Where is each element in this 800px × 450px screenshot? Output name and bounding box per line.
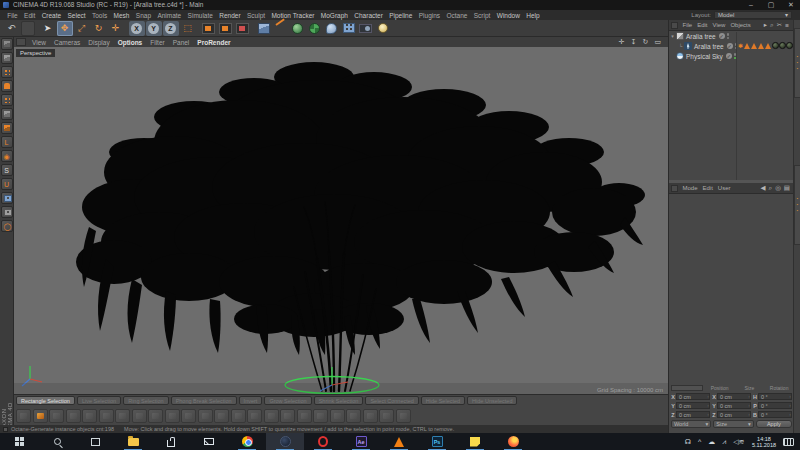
sculpt-tool-icon[interactable] xyxy=(214,409,229,423)
enabled-check-icon[interactable]: ✓ xyxy=(719,33,725,39)
last-used-tool[interactable]: ✛ xyxy=(108,21,124,36)
om-menu-file[interactable]: File xyxy=(680,22,695,28)
phong-break-selection-button[interactable]: Phong Break Selection xyxy=(171,396,237,405)
people-icon[interactable]: ☊ xyxy=(681,438,694,446)
live-selection-tool[interactable]: ➤ xyxy=(40,21,56,36)
back-arrow-icon[interactable]: ◀ xyxy=(759,184,767,192)
object-state[interactable]: ✓ xyxy=(726,53,737,60)
active-app-button[interactable] xyxy=(266,433,304,450)
store-button[interactable] xyxy=(152,433,190,450)
am-menu-edit[interactable]: Edit xyxy=(700,185,715,191)
onedrive-cloud-icon[interactable]: ☁ xyxy=(705,438,719,446)
convert-editable-icon[interactable] xyxy=(1,38,13,50)
scale-tool[interactable]: ⤢ xyxy=(74,21,90,36)
enable-axis-icon[interactable]: L xyxy=(1,136,13,148)
menu-simulate[interactable]: Simulate xyxy=(184,12,216,19)
object-row-aralia-parent[interactable]: ▾ Aralia tree ✓ xyxy=(669,31,793,41)
touch-keyboard-icon[interactable] xyxy=(783,438,794,446)
menu-render[interactable]: Render xyxy=(216,12,244,19)
close-button[interactable]: ✕ xyxy=(782,0,800,10)
menu-script[interactable]: Script xyxy=(471,12,494,19)
locked-workplane-icon[interactable] xyxy=(1,206,13,218)
menu-create[interactable]: Create xyxy=(38,12,64,19)
apply-button[interactable]: Apply xyxy=(756,420,792,428)
menu-pipeline[interactable]: Pipeline xyxy=(386,12,416,19)
expand-icon[interactable]: ▾ xyxy=(669,33,676,39)
sculpt-tool-icon[interactable] xyxy=(363,409,378,423)
mail-button[interactable] xyxy=(190,433,228,450)
light-button[interactable] xyxy=(375,21,391,36)
rotation-header[interactable]: Rotation xyxy=(764,385,794,391)
panel-grip-icon[interactable] xyxy=(16,38,26,46)
lock-z-axis-button[interactable]: Z xyxy=(163,21,179,36)
menu-snap[interactable]: Snap xyxy=(133,12,155,19)
magnet-snap-icon[interactable]: U xyxy=(1,178,13,190)
menu-plugins[interactable]: Plugins xyxy=(416,12,444,19)
sculpt-tool-icon[interactable] xyxy=(181,409,196,423)
vp-menu-panel[interactable]: Panel xyxy=(169,39,194,46)
columns-icon[interactable]: ▤ xyxy=(782,184,791,192)
material-tag-icon[interactable] xyxy=(772,42,779,49)
size-y-field[interactable]: 0 cm xyxy=(717,402,751,409)
filter-icon[interactable]: ≡ xyxy=(784,22,791,29)
sculpt-tool-icon[interactable] xyxy=(280,409,295,423)
minimize-button[interactable]: – xyxy=(742,0,760,10)
pan-view-icon[interactable]: ✛ xyxy=(616,38,628,46)
rotation-h-field[interactable]: 0 ° xyxy=(758,393,792,400)
edges-mode-icon[interactable] xyxy=(1,108,13,120)
camera-button[interactable] xyxy=(358,21,374,36)
tag-star-icon[interactable]: ✱ xyxy=(738,42,743,49)
position-y-field[interactable]: 0 cm xyxy=(676,402,710,409)
opera-button[interactable] xyxy=(304,433,342,450)
spline-pen-button[interactable] xyxy=(273,21,289,36)
lock-y-axis-button[interactable]: Y xyxy=(146,21,162,36)
network-icon[interactable]: ⩘ xyxy=(719,438,730,446)
menu-edit[interactable]: Edit xyxy=(21,12,39,19)
firefox-button[interactable] xyxy=(494,433,532,450)
position-x-field[interactable]: 0 cm xyxy=(676,393,710,400)
undo-button[interactable]: ↶ xyxy=(4,21,20,36)
om-menu-objects[interactable]: Objects xyxy=(728,22,753,28)
rotate-view-icon[interactable]: ↻ xyxy=(640,38,652,46)
environment-button[interactable] xyxy=(290,21,306,36)
interactive-workplane-icon[interactable]: ◯ xyxy=(1,220,13,232)
rotate-tool[interactable]: ↻ xyxy=(91,21,107,36)
viewport-filter-icon[interactable]: ◉ xyxy=(1,150,13,162)
array-button[interactable] xyxy=(341,21,357,36)
render-picture-viewer-button[interactable] xyxy=(218,21,234,36)
sculpt-tool-icon[interactable] xyxy=(115,409,130,423)
taskbar-clock[interactable]: 14:18 5.11.2018 xyxy=(748,436,780,448)
tag-triangle-icon[interactable] xyxy=(765,43,771,49)
size-mode-dropdown[interactable]: Size▾ xyxy=(713,420,753,428)
task-view-button[interactable] xyxy=(76,433,114,450)
camera-label[interactable]: Perspective xyxy=(16,49,55,57)
volume-icon[interactable]: ◁≋ xyxy=(730,438,748,446)
texture-mode-icon[interactable] xyxy=(1,66,13,78)
size-z-field[interactable]: 0 cm xyxy=(717,411,751,418)
path-icon[interactable]: ✂ xyxy=(775,21,783,29)
tag-triangle-icon[interactable] xyxy=(744,43,750,49)
object-name[interactable]: Aralia tree xyxy=(694,43,724,50)
coordinate-space-dropdown[interactable]: World▾ xyxy=(671,420,711,428)
visibility-dots-icon[interactable] xyxy=(727,33,730,40)
photoshop-button[interactable]: Ps xyxy=(418,433,456,450)
layout-dropdown[interactable]: Model▾ xyxy=(714,11,792,19)
start-button[interactable] xyxy=(0,433,38,450)
render-settings-button[interactable] xyxy=(235,21,251,36)
search-icon[interactable]: ⌕ xyxy=(769,21,776,29)
chrome-button[interactable] xyxy=(228,433,266,450)
render-view-button[interactable] xyxy=(201,21,217,36)
menu-mograph[interactable]: MoGraph xyxy=(318,12,351,19)
menu-motion-tracker[interactable]: Motion Tracker xyxy=(268,12,317,19)
search-icon[interactable]: ⌕ xyxy=(767,184,774,192)
tag-triangle-icon[interactable] xyxy=(758,43,764,49)
sculpt-tool-icon[interactable] xyxy=(379,409,394,423)
panel-grip-icon[interactable] xyxy=(671,385,703,391)
hide-unselected-button[interactable]: Hide Unselected xyxy=(467,396,517,405)
menu-mesh[interactable]: Mesh xyxy=(110,12,132,19)
position-header[interactable]: Position xyxy=(705,385,735,391)
sculpt-tool-icon[interactable] xyxy=(231,409,246,423)
tray-expand-icon[interactable]: ^ xyxy=(694,438,704,445)
toggle-view-icon[interactable]: ▭ xyxy=(651,38,664,46)
position-z-field[interactable]: 0 cm xyxy=(676,411,710,418)
